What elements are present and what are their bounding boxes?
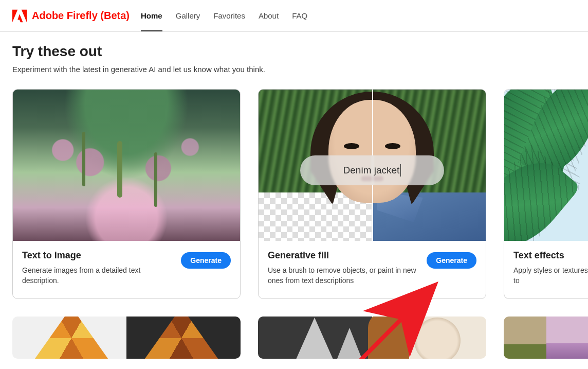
page-subtitle: Experiment with the latest in generative… xyxy=(12,65,576,74)
card-body: Text effects Apply styles or textures to xyxy=(504,241,588,298)
main-content: Try these out Experiment with the latest… xyxy=(0,32,588,359)
card-body: Text to image Generate images from a det… xyxy=(13,241,240,298)
card-title: Text to image xyxy=(22,250,174,261)
text-cursor-icon xyxy=(400,164,401,177)
card-title: Text effects xyxy=(513,250,588,261)
brand-label: Adobe Firefly (Beta) xyxy=(32,10,130,22)
card-thumbnail[interactable] xyxy=(12,317,241,359)
prompt-pill: Denim jacket xyxy=(300,155,444,185)
generate-button[interactable]: Generate xyxy=(427,252,476,269)
nav-faq[interactable]: FAQ xyxy=(292,0,307,31)
nav-favorites[interactable]: Favorites xyxy=(213,0,245,31)
nav-gallery[interactable]: Gallery xyxy=(176,0,200,31)
prompt-text: Denim jacket xyxy=(343,165,400,176)
feature-cards-row: Text to image Generate images from a det… xyxy=(12,89,576,299)
card-desc: Use a brush to remove objects, or paint … xyxy=(268,265,419,286)
card-desc: Apply styles or textures to xyxy=(513,265,588,286)
card-thumbnail[interactable] xyxy=(258,317,486,359)
card-text-effects[interactable]: Text effects Apply styles or textures to xyxy=(504,89,588,299)
card-generative-fill-thumbnail: Denim jacket xyxy=(259,90,486,241)
card-text-to-image[interactable]: Text to image Generate images from a det… xyxy=(12,89,241,299)
app-header: Adobe Firefly (Beta) Home Gallery Favori… xyxy=(0,0,588,32)
main-nav: Home Gallery Favorites About FAQ xyxy=(141,0,307,31)
card-thumbnail[interactable] xyxy=(504,317,588,359)
card-desc: Generate images from a detailed text des… xyxy=(22,265,174,286)
page-title: Try these out xyxy=(12,43,576,60)
nav-about[interactable]: About xyxy=(259,0,279,31)
adobe-logo-icon xyxy=(12,9,27,23)
card-generative-fill[interactable]: Denim jacket Generative fill Use a brush… xyxy=(258,89,486,299)
nav-home[interactable]: Home xyxy=(141,0,162,31)
secondary-cards-row xyxy=(12,317,576,359)
card-body: Generative fill Use a brush to remove ob… xyxy=(259,241,486,298)
generate-button[interactable]: Generate xyxy=(181,252,231,269)
card-text-to-image-thumbnail xyxy=(13,90,240,241)
card-text-effects-thumbnail xyxy=(504,90,588,241)
card-title: Generative fill xyxy=(268,250,419,261)
